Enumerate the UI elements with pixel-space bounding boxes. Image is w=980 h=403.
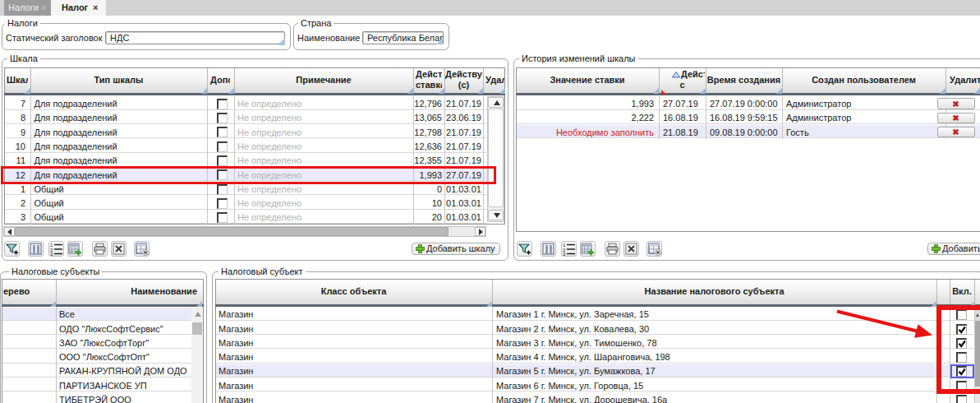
svg-text:3: 3 <box>50 252 53 256</box>
svg-text:3: 3 <box>563 252 566 256</box>
